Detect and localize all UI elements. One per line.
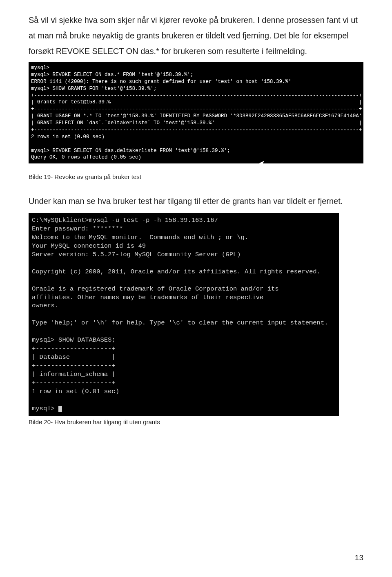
terminal-output-showdb: C:\MySQLklient>mysql -u test -p -h 158.3… xyxy=(29,213,339,416)
terminal-text: C:\MySQLklient>mysql -u test -p -h 158.3… xyxy=(32,217,328,412)
figure-caption-19: Bilde 19- Revoke av grants på bruker tes… xyxy=(29,173,363,180)
figure-caption-20: Bilde 20- Hva brukeren har tilgang til u… xyxy=(29,418,363,425)
terminal-output-revoke: mysql> mysql> REVOKE SELECT ON das.* FRO… xyxy=(29,62,363,163)
mid-paragraph: Under kan man se hva bruker test har til… xyxy=(29,193,363,209)
intro-paragraph: Så vil vi sjekke hva som skjer når vi kj… xyxy=(29,12,363,59)
page-number: 13 xyxy=(355,553,363,562)
terminal-cursor-icon xyxy=(58,406,62,412)
